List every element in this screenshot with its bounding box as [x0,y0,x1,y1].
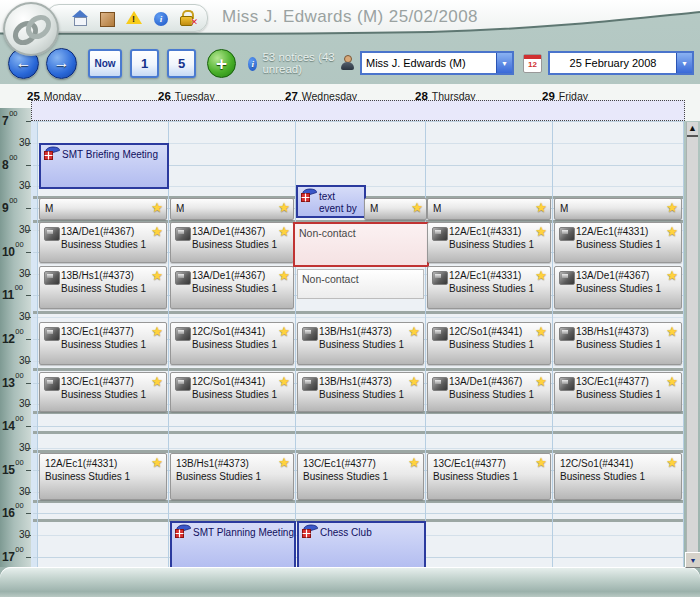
add-event-button[interactable]: + [207,49,236,78]
event-class[interactable]: 12C/So1(#4341)Business Studies 1★ [170,322,294,365]
event-subtitle: Business Studies 1 [449,239,534,250]
event-class[interactable]: 12C/So1(#4341)Business Studies 1★ [170,372,294,412]
favourite-star-icon: ★ [278,200,290,215]
home-icon[interactable] [72,10,89,26]
time-tick [26,448,31,449]
event-meeting[interactable]: text event by [296,185,366,218]
time-tick [26,186,31,187]
scroll-up-icon[interactable]: ▲ [688,123,697,133]
event-class[interactable]: 13A/De1(#4367)Business Studies 1★ [427,372,551,412]
event-subtitle: Business Studies 1 [192,389,277,400]
time-tick [26,143,31,144]
event-noncontact-red[interactable]: Non-contact [293,222,429,267]
event-class[interactable]: 13B/Hs1(#4373)Business Studies 1★ [554,322,682,365]
event-subtitle: Business Studies 1 [449,389,534,400]
event-registration[interactable]: M★ [39,198,167,220]
lesson-icon [559,227,575,241]
event-class[interactable]: 12A/Ec1(#4331)Business Studies 1★ [427,266,551,309]
time-tick [26,492,31,493]
warning-icon[interactable]: ! [126,10,143,26]
event-class[interactable]: 13A/De1(#4367)Business Studies 1★ [39,222,167,263]
lesson-icon [44,377,60,391]
event-class[interactable]: 13C/Ec1(#4377)Business Studies 1★ [554,372,682,412]
favourite-star-icon: ★ [535,455,547,470]
event-title: 12A/Ec1(#4331) [449,226,521,237]
favourite-star-icon: ★ [666,324,678,339]
event-class-plain[interactable]: 13C/Ec1(#4377)Business Studies 1★ [427,453,551,500]
time-gutter: 7003080030900301000301100301200301300301… [0,108,31,567]
archive-icon[interactable] [100,12,115,27]
event-title: Chess Club [320,527,422,539]
event-class[interactable]: 13A/De1(#4367)Business Studies 1★ [554,266,682,309]
event-class-plain[interactable]: 13B/Hs1(#4373)Business Studies 1★ [170,453,294,500]
event-class-plain[interactable]: 12A/Ec1(#4331)Business Studies 1★ [39,453,167,500]
time-label: 1500 [2,462,24,477]
event-noncontact-white[interactable]: Non-contact [297,269,424,299]
event-class[interactable]: 12A/Ec1(#4331)Business Studies 1★ [427,222,551,263]
event-registration[interactable]: M★ [427,198,551,220]
event-class[interactable]: 13C/Ec1(#4377)Business Studies 1★ [39,322,167,365]
scroll-down-button[interactable]: ▼ [685,552,700,568]
event-title: 13C/Ec1(#4377) [61,376,134,387]
time-tick [26,513,31,514]
event-meeting[interactable]: Chess Club [297,521,426,571]
notices-indicator[interactable]: i 53 notices (43 unread) [248,51,340,75]
event-class[interactable]: 12C/So1(#4341)Business Studies 1★ [427,322,551,365]
event-class[interactable]: 13B/Hs1(#4373)Business Studies 1★ [297,372,424,412]
time-label: 1600 [2,505,24,520]
vertical-scrollbar[interactable]: ▲ [686,122,698,567]
lesson-icon [302,327,318,341]
favourite-star-icon: ★ [666,455,678,470]
event-title: 13C/Ec1(#4377) [303,458,376,469]
event-title: 13A/De1(#4367) [192,226,265,237]
favourite-star-icon: ★ [408,324,420,339]
event-meeting[interactable]: SMT Briefing Meeting [39,143,169,189]
events-layer: SMT Briefing MeetingM★13A/De1(#4367)Busi… [0,0,700,597]
event-subtitle: Business Studies 1 [449,339,534,350]
favourite-star-icon: ★ [278,324,290,339]
time-label: 1700 [2,549,24,564]
event-class[interactable]: 13B/Hs1(#4373)Business Studies 1★ [39,266,167,309]
event-title: 12A/Ec1(#4331) [45,458,117,469]
app-logo-icon[interactable] [3,2,59,56]
event-title: Non-contact [302,273,359,285]
event-title: 13C/Ec1(#4377) [576,376,649,387]
event-class[interactable]: 13A/De1(#4367)Business Studies 1★ [170,222,294,263]
dropdown-arrow-icon[interactable]: ▼ [676,53,692,73]
event-title: 13B/Hs1(#4373) [176,458,249,469]
lesson-icon [44,327,60,341]
event-class-plain[interactable]: 12C/So1(#4341)Business Studies 1★ [554,453,682,500]
favourite-star-icon: ★ [535,224,547,239]
event-title: 13A/De1(#4367) [576,270,649,281]
event-meeting[interactable]: SMT Planning Meeting [170,521,296,571]
event-class[interactable]: 13A/De1(#4367)Business Studies 1★ [170,266,294,309]
event-registration[interactable]: M★ [364,198,427,220]
jump-1-day-button[interactable]: 1 [130,49,159,78]
lock-error-icon[interactable]: ✕ [179,10,196,26]
meeting-icon [301,524,319,539]
time-label: 1200 [2,331,24,346]
dropdown-arrow-icon[interactable]: ▼ [496,53,512,73]
event-class[interactable]: 13C/Ec1(#4377)Business Studies 1★ [39,372,167,412]
info-icon[interactable]: i [154,12,168,26]
lesson-icon [44,227,60,241]
event-class[interactable]: 12A/Ec1(#4331)Business Studies 1★ [554,222,682,263]
user-dropdown-value: Miss J. Edwards (M) [362,57,496,69]
event-class-plain[interactable]: 13C/Ec1(#4377)Business Studies 1★ [297,453,424,500]
jump-5-days-button[interactable]: 5 [167,49,196,78]
favourite-star-icon: ★ [151,455,163,470]
time-label: 900 [2,200,18,215]
event-class[interactable]: 13B/Hs1(#4373)Business Studies 1★ [297,322,424,365]
event-subtitle: Business Studies 1 [433,471,518,482]
time-tick [26,252,31,253]
now-button[interactable]: Now [88,49,122,78]
event-registration[interactable]: M★ [554,198,682,220]
forward-button[interactable]: → [46,48,77,79]
date-dropdown[interactable]: 25 February 2008 ▼ [548,51,694,75]
calendar-icon[interactable]: 12 [523,54,542,73]
event-title: M [370,203,378,214]
user-dropdown[interactable]: Miss J. Edwards (M) ▼ [360,51,514,75]
event-title: 12A/Ec1(#4331) [449,270,521,281]
footer-band [0,567,700,597]
event-registration[interactable]: M★ [170,198,294,220]
